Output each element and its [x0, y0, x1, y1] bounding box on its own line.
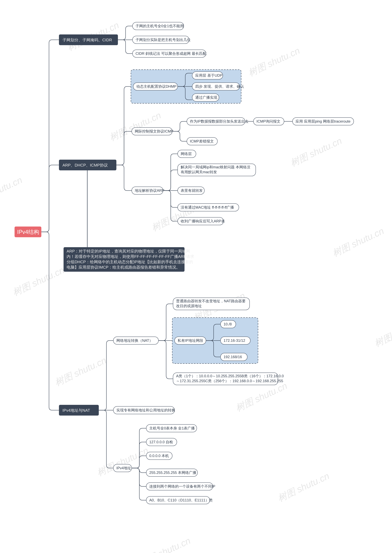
svg-text:子网划分、子网掩码、CIDR: 子网划分、子网掩码、CIDR	[63, 38, 112, 42]
svg-text:子网的主机号全0全1也不能用: 子网的主机号全0全1也不能用	[135, 24, 184, 28]
watermark: 树图 shutu.cn	[95, 445, 150, 478]
leaf-dhcp-1[interactable]: 应用层 基于UDP	[192, 72, 223, 79]
svg-text:255.255.255.255 本网络广播: 255.255.255.255 本网络广播	[149, 470, 196, 475]
svg-text:收到广播响应后写入ARP表: 收到广播响应后写入ARP表	[181, 219, 225, 223]
node-ipv4addr[interactable]: IPv4地址	[113, 464, 132, 472]
node-arp-dhcp-icmp[interactable]: ARP、DHCP、ICMP协议	[59, 160, 116, 170]
watermark: 树图 shutu.cn	[289, 135, 343, 168]
leaf-ipv4-5[interactable]: 连接到两个网络的一个设备有两个不同IP	[146, 483, 215, 490]
svg-text:A0、B10、C110（D1110、E1111）类: A0、B10、C110（D1110、E1111）类	[149, 498, 213, 502]
leaf-subnet-2[interactable]: 子网划分实际是把主机号划出几位	[133, 36, 191, 44]
leaf-dhcp-3[interactable]: 通过广播实现	[192, 94, 219, 101]
node-subnet-cidr[interactable]: 子网划分、子网掩码、CIDR	[59, 35, 118, 45]
leaf-arp-5[interactable]: 收到广播响应后写入ARP表	[178, 217, 225, 225]
leaf-ipv4-1[interactable]: 主机号全0表本身 全1表广播	[146, 424, 197, 432]
svg-text:192.168/16: 192.168/16	[224, 355, 242, 359]
watermark: 树图 shutu.cn	[11, 265, 66, 298]
leaf-arp-2[interactable]: 解决同一局域网ip和mac映射问题 本网络没有用默认网关mac转发	[178, 164, 256, 176]
svg-text:四步 发现、提供、请求、确认: 四步 发现、提供、请求、确认	[195, 84, 244, 89]
svg-text:网际控制报文协议ICMP: 网际控制报文协议ICMP	[135, 129, 173, 133]
svg-text:作为IP数据报数据部分加头发送出去: 作为IP数据报数据部分加头发送出去	[190, 119, 249, 123]
svg-text:～172.31.255.255C类（256个）：192.16: ～172.31.255.255C类（256个）：192.168.0.0～192.…	[176, 379, 283, 383]
svg-text:没有通过MAC地址 ff-ff-ff-ff-ff广播: 没有通过MAC地址 ff-ff-ff-ff-ff广播	[181, 205, 234, 209]
svg-text:子网划分实际是把主机号划出几位: 子网划分实际是把主机号划出几位	[135, 38, 191, 42]
node-nat[interactable]: 网络地址转换（NAT）	[113, 337, 159, 344]
svg-text:A类（1个）：10.0.0.0～10.255.255.255: A类（1个）：10.0.0.0～10.255.255.255B类（16个）：17…	[176, 374, 284, 378]
svg-text:网络地址转换（NAT）: 网络地址转换（NAT）	[116, 339, 153, 343]
node-ipv4-nat[interactable]: IPv4地址与NAT	[59, 405, 99, 415]
leaf-subnet-3[interactable]: CIDR 斜线记法 可以聚合形成超网 最长匹配	[133, 50, 206, 57]
leaf-nat-3[interactable]: A类（1个）：10.0.0.0～10.255.255.255B类（16个）：17…	[173, 373, 284, 385]
svg-text:内！若缓存中无对应物理地址，则使用FF-FF-FF-FF-F: 内！若缓存中无对应物理地址，则使用FF-FF-FF-FF-FF-FF广播ARP请…	[67, 254, 194, 259]
node-icmp[interactable]: 网际控制报文协议ICMP	[132, 127, 173, 135]
svg-text:主机号全0表本身 全1表广播: 主机号全0表本身 全1表广播	[149, 426, 195, 430]
svg-text:连接到两个网络的一个设备有两个不同IP: 连接到两个网络的一个设备有两个不同IP	[149, 484, 215, 488]
watermark: 树图 shutu.cn	[0, 175, 24, 207]
svg-text:有用默认网关mac转发: 有用默认网关mac转发	[181, 170, 217, 174]
svg-text:ICMP差错报文: ICMP差错报文	[190, 139, 214, 143]
root-node[interactable]: IPv4结构	[14, 227, 41, 237]
svg-text:CIDR 斜线记法 可以聚合形成超网 最长匹配: CIDR 斜线记法 可以聚合形成超网 最长匹配	[135, 51, 206, 55]
svg-text:动态主机配置协议DHMP: 动态主机配置协议DHMP	[136, 84, 176, 89]
svg-text:IPv4地址: IPv4地址	[116, 466, 131, 470]
leaf-arp-1[interactable]: 网络层	[178, 150, 196, 158]
svg-text:通过广播实现: 通过广播实现	[195, 95, 217, 99]
svg-text:网络层: 网络层	[181, 152, 192, 156]
svg-text:应用 应用层ping 网络层traceroute: 应用 应用层ping 网络层traceroute	[295, 119, 350, 123]
svg-text:私有IP地址网段: 私有IP地址网段	[178, 339, 203, 343]
svg-text:ARP、DHCP、ICMP协议: ARP、DHCP、ICMP协议	[63, 163, 108, 167]
node-arp[interactable]: 地址解析协议ARP	[132, 187, 164, 194]
watermark: 树图 shutu.cn	[234, 380, 289, 413]
watermark: 树图 shutu.cn	[373, 316, 392, 349]
watermark: 树图 shutu.cn	[276, 471, 331, 503]
watermark: 树图 shutu.cn	[331, 226, 385, 258]
svg-text:表里有就转发: 表里有就转发	[181, 188, 203, 193]
leaf-icmp-1b[interactable]: 应用 应用层ping 网络层traceroute	[293, 118, 354, 125]
svg-text:10./8: 10./8	[224, 322, 232, 326]
svg-text:分组DHCP：给网络中的主机动态分配IP地址【比如新的手机去: 分组DHCP：给网络中的主机动态分配IP地址【比如新的手机去连接新的	[67, 260, 193, 264]
svg-text:127.0.0.0 自检: 127.0.0.0 自检	[149, 440, 173, 444]
leaf-priv-2[interactable]: 172.16-31/12	[221, 337, 250, 344]
svg-text:普通路由器转发不改变地址，NAT路由器要: 普通路由器转发不改变地址，NAT路由器要	[176, 299, 246, 303]
leaf-nat-1[interactable]: 普通路由器转发不改变地址，NAT路由器要改目的或源地址	[173, 298, 250, 310]
node-dhcp[interactable]: 动态主机配置协议DHMP	[133, 83, 178, 90]
leaf-nat-mid[interactable]: 实现专有网络地址和公用地址的转换	[113, 406, 175, 414]
leaf-ipv4-3[interactable]: 0.0.0.0 本机	[146, 452, 172, 460]
svg-text:地址解析协议ARP: 地址解析协议ARP	[135, 188, 164, 193]
leaf-ipv4-4[interactable]: 255.255.255.255 本网络广播	[146, 469, 197, 477]
leaf-subnet-1[interactable]: 子网的主机号全0全1也不能用	[133, 22, 184, 30]
svg-text:ICMP询问报文: ICMP询问报文	[257, 119, 280, 123]
svg-text:电脑】应用层协议IMCP：给主机或路由器报告差错和异常情况。: 电脑】应用层协议IMCP：给主机或路由器报告差错和异常情况。	[67, 265, 180, 270]
svg-text:应用层 基于UDP: 应用层 基于UDP	[195, 73, 222, 77]
svg-text:解决同一局域网ip和mac映射问题 本网络没: 解决同一局域网ip和mac映射问题 本网络没	[181, 165, 250, 169]
watermark: 树图 shutu.cn	[246, 45, 301, 78]
watermark: 树图 shutu.cn	[137, 535, 192, 553]
mindmap-canvas: 树图 shutu.cn 树图 shutu.cn 树图 shutu.cn 树图 s…	[0, 0, 392, 553]
leaf-ipv4-2[interactable]: 127.0.0.0 自检	[146, 438, 177, 446]
leaf-arp-3[interactable]: 表里有就转发	[178, 187, 204, 194]
node-protocols-note[interactable]: ARP：对于特定的IP地址，查询其对应的物理地址，仅限于同一局域网 内！若缓存中…	[63, 247, 194, 272]
leaf-priv-3[interactable]: 192.168/16	[221, 353, 247, 361]
leaf-icmp-1[interactable]: 作为IP数据报数据部分加头发送出去	[187, 118, 249, 125]
watermark: 树图 shutu.cn	[53, 355, 108, 388]
leaf-icmp-1a[interactable]: ICMP询问报文	[253, 118, 284, 125]
leaf-ipv4-6[interactable]: A0、B10、C110（D1110、E1111）类	[146, 496, 213, 504]
svg-text:实现专有网络地址和公用地址的转换: 实现专有网络地址和公用地址的转换	[116, 408, 175, 412]
leaf-dhcp-2[interactable]: 四步 发现、提供、请求、确认	[192, 83, 244, 90]
leaf-icmp-2[interactable]: ICMP差错报文	[187, 138, 217, 145]
svg-text:172.16-31/12: 172.16-31/12	[224, 339, 245, 343]
leaf-priv-1[interactable]: 10./8	[221, 320, 236, 328]
node-private-ip[interactable]: 私有IP地址网段	[175, 337, 206, 344]
svg-text:ARP：对于特定的IP地址，查询其对应的物理地址，仅限于同一: ARP：对于特定的IP地址，查询其对应的物理地址，仅限于同一局域网	[67, 249, 190, 254]
root-label: IPv4结构	[17, 229, 39, 235]
svg-text:0.0.0.0 本机: 0.0.0.0 本机	[149, 454, 169, 458]
svg-text:IPv4地址与NAT: IPv4地址与NAT	[63, 408, 90, 413]
leaf-arp-4[interactable]: 没有通过MAC地址 ff-ff-ff-ff-ff广播	[178, 204, 239, 211]
svg-text:改目的或源地址: 改目的或源地址	[176, 304, 202, 308]
watermark: 树图 shutu.cn	[108, 110, 163, 143]
